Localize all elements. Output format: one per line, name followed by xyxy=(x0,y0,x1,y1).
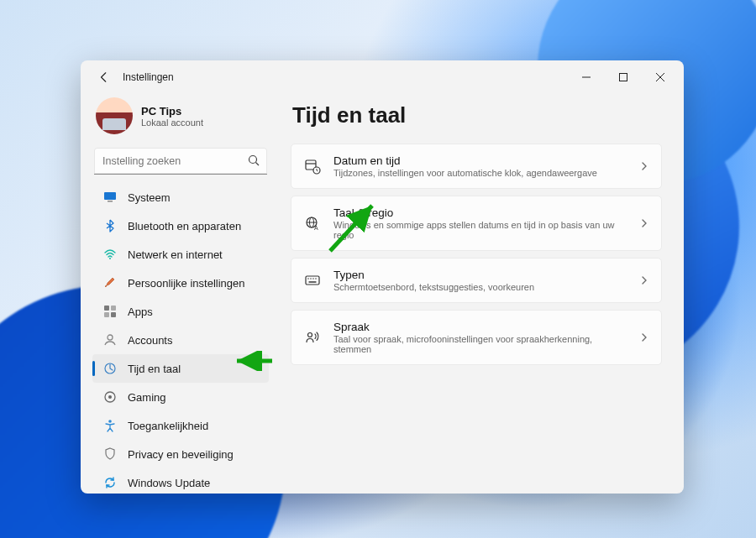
back-button[interactable] xyxy=(92,65,116,89)
accessibility-icon xyxy=(102,418,118,433)
card-title: Datum en tijd xyxy=(333,154,627,167)
card-title: Spraak xyxy=(333,321,627,333)
sidebar-item-label: Toegankelijkheid xyxy=(128,420,208,432)
shield-icon xyxy=(102,447,118,462)
card-title: Taal & regio xyxy=(333,206,627,219)
chevron-right-icon xyxy=(639,332,649,342)
bluetooth-icon xyxy=(102,218,118,233)
svg-point-11 xyxy=(108,335,113,340)
window-title: Instellingen xyxy=(123,71,174,83)
apps-icon xyxy=(102,304,118,319)
svg-rect-7 xyxy=(104,306,109,311)
card-subtitle: Taal voor spraak, microfooninstellingen … xyxy=(333,334,627,354)
close-button[interactable] xyxy=(642,65,679,90)
chevron-right-icon xyxy=(639,161,649,171)
svg-rect-5 xyxy=(108,201,113,202)
profile-block[interactable]: PC Tips Lokaal account xyxy=(92,94,269,146)
sidebar-item-label: Bluetooth en apparaten xyxy=(128,220,241,232)
update-icon xyxy=(102,475,118,490)
avatar xyxy=(96,97,133,134)
titlebar: Instellingen xyxy=(81,60,684,94)
paintbrush-icon xyxy=(102,275,118,290)
sidebar-item-accessibility[interactable]: Toegankelijkheid xyxy=(92,411,269,440)
main-panel: Tijd en taal Datum en tijd Tijdzones, in… xyxy=(276,94,684,483)
card-speech[interactable]: Spraak Taal voor spraak, microfooninstel… xyxy=(291,310,662,365)
card-date-time[interactable]: Datum en tijd Tijdzones, instellingen vo… xyxy=(291,144,662,189)
svg-rect-1 xyxy=(620,74,627,81)
card-language-region[interactable]: A Taal & regio Windows en sommige apps s… xyxy=(291,196,662,251)
wifi-icon xyxy=(102,247,118,262)
svg-rect-8 xyxy=(111,306,116,311)
sidebar-item-accounts[interactable]: Accounts xyxy=(92,326,269,354)
sidebar-item-label: Persoonlijke instellingen xyxy=(128,277,244,290)
svg-point-29 xyxy=(308,333,312,337)
sidebar-item-system[interactable]: Systeem xyxy=(92,183,269,212)
svg-rect-10 xyxy=(111,312,116,317)
display-icon xyxy=(102,190,118,205)
sidebar-item-label: Accounts xyxy=(128,334,172,347)
card-typing[interactable]: Typen Schermtoetsenbord, tekstsuggesties… xyxy=(291,258,662,303)
sidebar-item-label: Apps xyxy=(128,306,153,318)
sidebar: PC Tips Lokaal account Systeem Bluetooth… xyxy=(92,94,276,483)
sidebar-item-apps[interactable]: Apps xyxy=(92,297,269,326)
person-icon xyxy=(102,332,118,347)
svg-point-2 xyxy=(249,156,257,164)
sidebar-item-label: Gaming xyxy=(128,391,166,404)
search-box[interactable] xyxy=(94,148,267,175)
chevron-right-icon xyxy=(639,218,649,228)
globe-clock-icon xyxy=(102,361,118,376)
chevron-right-icon xyxy=(639,275,649,285)
svg-point-15 xyxy=(108,420,112,423)
svg-rect-9 xyxy=(104,312,109,317)
search-input[interactable] xyxy=(94,148,267,175)
svg-point-14 xyxy=(108,395,112,399)
sidebar-item-network[interactable]: Netwerk en internet xyxy=(92,240,269,269)
svg-text:A: A xyxy=(314,225,318,231)
calendar-clock-icon xyxy=(303,158,322,175)
svg-rect-4 xyxy=(104,192,116,200)
profile-name: PC Tips xyxy=(141,105,203,118)
speech-icon xyxy=(303,329,322,346)
svg-rect-23 xyxy=(306,276,319,285)
sidebar-item-bluetooth[interactable]: Bluetooth en apparaten xyxy=(92,212,269,240)
sidebar-item-windows-update[interactable]: Windows Update xyxy=(92,468,269,494)
svg-line-3 xyxy=(256,163,260,166)
minimize-button[interactable] xyxy=(568,65,605,90)
sidebar-item-label: Tijd en taal xyxy=(128,363,181,375)
nav-list: Systeem Bluetooth en apparaten Netwerk e… xyxy=(92,183,269,494)
sidebar-item-label: Netwerk en internet xyxy=(128,248,223,261)
sidebar-item-personalization[interactable]: Persoonlijke instellingen xyxy=(92,269,269,297)
window-controls xyxy=(568,65,679,90)
maximize-button[interactable] xyxy=(605,65,642,90)
profile-subtitle: Lokaal account xyxy=(141,118,203,128)
gaming-icon xyxy=(102,389,118,405)
settings-window: Instellingen PC Tips Lokaal account xyxy=(81,60,684,494)
sidebar-item-gaming[interactable]: Gaming xyxy=(92,383,269,411)
keyboard-icon xyxy=(303,272,322,289)
globe-language-icon: A xyxy=(303,215,322,232)
svg-point-6 xyxy=(109,258,111,259)
sidebar-item-time-language[interactable]: Tijd en taal xyxy=(92,354,269,383)
page-title: Tijd en taal xyxy=(292,102,662,128)
card-subtitle: Windows en sommige apps stellen datums e… xyxy=(333,220,627,240)
search-icon xyxy=(247,154,260,167)
card-subtitle: Schermtoetsenbord, tekstsuggesties, voor… xyxy=(333,282,627,292)
sidebar-item-label: Privacy en beveiliging xyxy=(128,448,234,461)
card-subtitle: Tijdzones, instellingen voor automatisch… xyxy=(333,168,627,178)
sidebar-item-privacy[interactable]: Privacy en beveiliging xyxy=(92,440,269,468)
sidebar-item-label: Systeem xyxy=(128,191,171,204)
sidebar-item-label: Windows Update xyxy=(128,477,210,489)
card-title: Typen xyxy=(333,269,627,281)
